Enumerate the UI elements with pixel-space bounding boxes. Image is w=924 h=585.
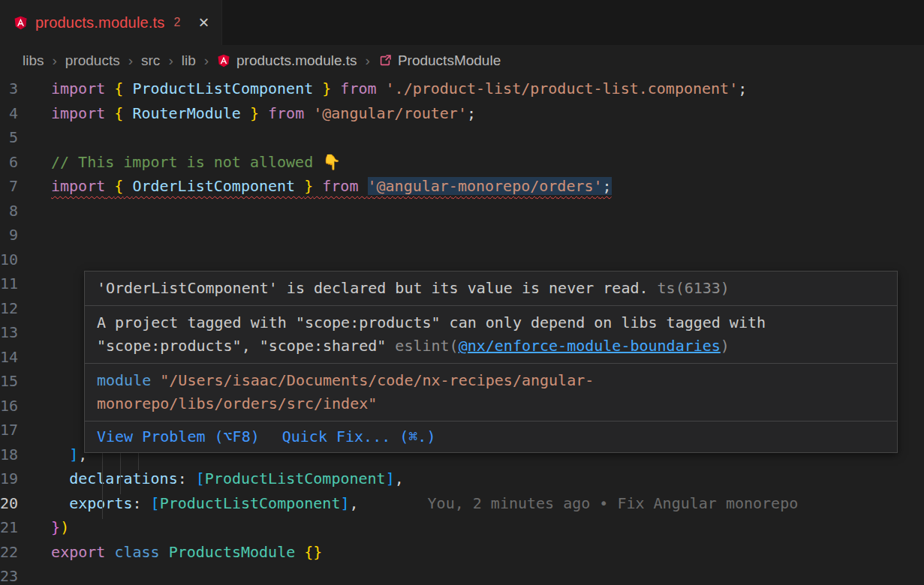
code-token [123,177,132,195]
code-token [51,494,69,512]
tab-title: products.module.ts [35,14,165,32]
line-number: 13 [0,320,51,345]
line-number: 15 [0,369,51,394]
code-line[interactable]: 10 [0,248,924,272]
code-line[interactable]: 6// This import is not allowed 👇 [0,150,924,175]
line-number: 18 [0,442,51,467]
view-problem-button[interactable]: View Problem (⌥F8) [97,425,260,448]
code-token: exports [69,494,132,512]
hover-eslint-rule-link[interactable]: @nx/enforce-module-boundaries [459,337,721,355]
angular-icon [217,54,231,68]
code-line[interactable]: 21}) [0,515,924,540]
line-number: 16 [0,394,51,418]
code-token: } [51,518,60,536]
line-number: 20 [0,491,51,516]
code-token: ] [340,494,349,512]
code-token: ProductsModule [169,543,296,561]
code-token: class [114,543,159,561]
code-token: from [340,80,376,98]
code-line[interactable]: 22export class ProductsModule {} [0,540,924,565]
code-text: declarations: [ProductListComponent], [51,466,404,491]
line-number: 4 [0,101,51,126]
problem-hover-widget: 'OrderListComponent' is declared but its… [84,271,898,453]
code-token: } [304,177,313,195]
code-text: import { OrderListComponent } from '@ang… [51,174,612,199]
code-token: { [114,104,123,122]
breadcrumb-item-src[interactable]: src [141,52,160,69]
code-token: from [322,177,358,195]
code-token: { [114,80,123,98]
code-token: OrderListComponent [132,177,295,195]
code-token [304,104,313,122]
tab-products-module[interactable]: products.module.ts 2 × [0,0,222,45]
code-text: ], [51,442,87,467]
code-token [160,543,169,561]
code-token: ProductListComponent [160,494,341,512]
code-line[interactable]: 4import { RouterModule } from '@angular/… [0,101,924,126]
code-line[interactable]: 3import { ProductListComponent } from '.… [0,76,924,101]
code-token: : [178,470,187,488]
line-number: 14 [0,345,51,370]
code-line[interactable]: 20 exports: [ProductListComponent],You, … [0,491,924,516]
code-text: exports: [ProductListComponent], [51,491,358,516]
code-token [331,80,340,98]
git-blame-annotation: You, 2 minutes ago • Fix Angular monorep… [428,491,799,516]
code-line[interactable]: 23 [0,564,924,585]
tab-problems-badge: 2 [174,16,181,29]
code-token: ] [69,446,78,464]
hover-ts-message: 'OrderListComponent' is declared but its… [97,279,649,297]
hover-module-info: module "/Users/isaac/Documents/code/nx-r… [85,364,897,422]
class-symbol-icon [378,54,393,68]
code-line[interactable]: 5 [0,125,924,150]
code-token: import [51,177,105,195]
breadcrumb-item-file[interactable]: products.module.ts [217,52,357,69]
chevron-right-icon: › [168,52,173,69]
line-number: 5 [0,125,51,150]
code-token: ; [467,104,476,122]
line-number: 8 [0,199,51,224]
chevron-right-icon: › [128,52,133,69]
code-text: import { RouterModule } from '@angular/r… [51,101,476,126]
code-line[interactable]: 9 [0,223,924,248]
editor: 3import { ProductListComponent } from '.… [0,76,924,585]
code-token: '@angular/router' [313,104,467,122]
code-line[interactable]: 8 [0,199,924,224]
code-token: ProductListComponent [132,80,313,98]
breadcrumb-item-symbol[interactable]: ProductsModule [378,52,501,69]
hover-action-bar: View Problem (⌥F8) Quick Fix... (⌘.) [85,422,897,452]
code-token: import [51,80,105,98]
line-number: 17 [0,418,51,442]
code-text: export class ProductsModule {} [51,540,322,565]
code-token [105,104,114,122]
code-token: from [268,104,304,122]
line-number: 9 [0,223,51,248]
code-token: export [51,543,105,561]
breadcrumb-item-libs[interactable]: libs [23,52,44,69]
line-number: 10 [0,248,51,272]
code-token: RouterModule [132,104,241,122]
code-token: declarations [69,470,178,488]
hover-module-line1: module "/Users/isaac/Documents/code/nx-r… [97,369,885,392]
code-token: // This import is not allowed [51,153,322,171]
code-token [123,80,132,98]
line-number: 7 [0,174,51,199]
breadcrumb: libs › products › src › lib › products.m… [0,45,924,76]
hover-module-path-1: "/Users/isaac/Documents/code/nx-recipes/… [151,371,594,389]
code-token: } [322,80,331,98]
breadcrumb-item-products[interactable]: products [65,52,120,69]
chevron-right-icon: › [204,52,209,69]
hover-eslint-source-prefix: eslint( [386,337,458,355]
line-number: 23 [0,564,51,585]
angular-icon [14,16,28,30]
breadcrumb-item-lib[interactable]: lib [182,52,196,69]
code-line[interactable]: 7import { OrderListComponent } from '@an… [0,174,924,199]
chevron-right-icon: › [366,52,370,69]
hover-module-keyword: module [97,371,151,389]
hover-ts-code: ts(6133) [649,279,730,297]
breadcrumb-symbol-label: ProductsModule [398,52,501,69]
breadcrumb-file-label: products.module.ts [236,52,357,69]
code-token: : [132,494,141,512]
quick-fix-button[interactable]: Quick Fix... (⌘.) [282,425,436,448]
code-token [313,177,322,195]
close-icon[interactable]: × [198,14,209,32]
